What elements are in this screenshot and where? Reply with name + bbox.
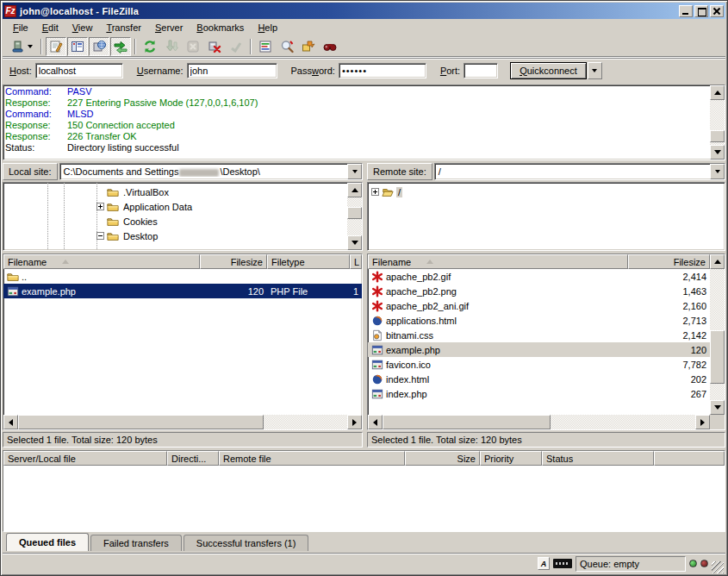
site-manager-button[interactable] — [6, 37, 37, 56]
password-input[interactable] — [339, 63, 426, 78]
minimize-button[interactable] — [679, 5, 693, 17]
scroll-right-icon[interactable] — [347, 415, 362, 429]
scroll-right-icon[interactable] — [695, 415, 710, 429]
tree-item-application-data[interactable]: Application Data — [3, 199, 347, 214]
table-row[interactable]: apache_pb2.gif 2,414 — [368, 269, 710, 284]
file-panes: Local site: C:\Documents and Settings\De… — [3, 163, 725, 448]
scroll-down-icon[interactable] — [710, 400, 725, 415]
scrollbar-thumb[interactable] — [710, 130, 725, 142]
host-label: Host: — [9, 66, 32, 76]
scrollbar-thumb[interactable] — [383, 415, 551, 429]
column-header-filesize[interactable]: Filesize — [200, 254, 267, 269]
collapse-icon[interactable] — [96, 232, 104, 240]
toggle-local-tree-button[interactable] — [67, 37, 88, 56]
toggle-remote-tree-button[interactable] — [89, 37, 109, 56]
menu-file[interactable]: File — [6, 21, 35, 34]
html-file-icon — [371, 315, 383, 327]
column-header-status[interactable]: Status — [542, 451, 654, 466]
toolbar-separator — [40, 39, 42, 54]
tab-failed-transfers[interactable]: Failed transfers — [90, 535, 182, 551]
column-header-filetype[interactable]: Filetype — [267, 254, 350, 269]
column-header-filename[interactable]: Filename — [368, 254, 628, 269]
quickconnect-bar: Host: Username: Password: Port: Quickcon… — [3, 58, 725, 83]
remote-path-dropdown-button[interactable] — [710, 164, 725, 179]
table-row[interactable]: apache_pb2.png 1,463 — [368, 284, 710, 298]
menu-transfer[interactable]: Transfer — [99, 21, 148, 34]
remote-list-vscrollbar[interactable] — [710, 254, 725, 415]
refresh-button[interactable] — [140, 37, 160, 56]
filter-button[interactable] — [255, 37, 276, 56]
scroll-up-icon[interactable] — [710, 254, 725, 269]
table-row[interactable]: favicon.ico 7,782 — [368, 357, 710, 372]
column-header-remote-file[interactable]: Remote file — [219, 451, 405, 466]
scroll-up-icon[interactable] — [710, 85, 725, 100]
scroll-left-icon[interactable] — [3, 415, 18, 429]
scrollbar-thumb[interactable] — [18, 415, 264, 429]
log-line: Status:Directory listing successful — [5, 142, 708, 153]
column-header-priority[interactable]: Priority — [480, 451, 542, 466]
remote-list-hscrollbar[interactable] — [368, 415, 710, 429]
port-input[interactable] — [464, 63, 498, 78]
table-row[interactable]: example.php 120 PHP File 1 — [3, 284, 362, 298]
table-row[interactable]: applications.html 2,713 — [368, 313, 710, 328]
local-path-dropdown-button[interactable] — [347, 164, 362, 179]
table-row[interactable]: .. — [3, 269, 362, 284]
host-input[interactable] — [35, 63, 123, 78]
log-line: Response:227 Entering Passive Mode (127,… — [5, 97, 708, 109]
column-header-server-local-file[interactable]: Server/Local file — [3, 451, 167, 466]
scrollbar-thumb[interactable] — [710, 330, 725, 384]
table-row[interactable]: example.php 120 — [368, 342, 710, 357]
scroll-left-icon[interactable] — [368, 415, 383, 429]
disconnect-button[interactable] — [204, 37, 225, 56]
log-scrollbar[interactable] — [710, 85, 725, 160]
menu-edit[interactable]: Edit — [35, 21, 65, 34]
tree-item-cookies[interactable]: Cookies — [3, 214, 347, 229]
menu-help[interactable]: Help — [251, 21, 284, 34]
username-input[interactable] — [187, 63, 277, 78]
find-files-button[interactable] — [320, 37, 340, 56]
expand-icon[interactable] — [96, 203, 104, 210]
table-row[interactable]: index.php 267 — [368, 386, 710, 401]
menu-bookmarks[interactable]: Bookmarks — [190, 21, 251, 34]
tree-item-virtualbox[interactable]: .VirtualBox — [3, 185, 347, 199]
menu-view[interactable]: View — [65, 21, 100, 34]
table-row[interactable]: bitnami.css 2,142 — [368, 328, 710, 342]
table-row[interactable]: apache_pb2_ani.gif 2,160 — [368, 298, 710, 313]
scroll-up-icon[interactable] — [347, 183, 362, 197]
expand-icon[interactable] — [371, 188, 379, 196]
tab-queued-files[interactable]: Queued files — [6, 533, 89, 551]
log-line: Response:226 Transfer OK — [5, 131, 708, 142]
maximize-button[interactable] — [694, 5, 708, 17]
column-header-empty — [654, 451, 725, 466]
process-queue-button[interactable] — [161, 37, 182, 56]
activity-led-red-icon — [700, 560, 708, 567]
scroll-down-icon[interactable] — [710, 145, 725, 160]
column-header-lastmodified[interactable]: L — [350, 254, 362, 269]
column-header-size[interactable]: Size — [405, 451, 480, 466]
directory-comparison-button[interactable] — [277, 37, 297, 56]
local-path-combo[interactable]: C:\Documents and Settings\Desktop\ — [59, 163, 363, 180]
column-header-direction[interactable]: Directi... — [167, 451, 219, 466]
tree-item-root[interactable]: / — [368, 185, 725, 199]
resize-grip[interactable] — [712, 561, 724, 573]
quickconnect-dropdown-button[interactable] — [588, 62, 602, 79]
toggle-message-log-button[interactable] — [46, 37, 66, 56]
synchronized-browsing-button[interactable] — [298, 37, 319, 56]
toggle-transfer-queue-button[interactable] — [110, 37, 131, 56]
menu-server[interactable]: Server — [148, 21, 190, 34]
cancel-button[interactable] — [183, 37, 203, 56]
local-tree-scrollbar[interactable] — [347, 183, 362, 250]
quickconnect-button[interactable]: Quickconnect — [510, 62, 587, 79]
tab-successful-transfers[interactable]: Successful transfers (1) — [184, 535, 309, 551]
column-header-filename[interactable]: Filename — [3, 254, 200, 269]
scrollbar-thumb[interactable] — [347, 207, 362, 219]
column-header-filesize[interactable]: Filesize — [628, 254, 710, 269]
local-list-hscrollbar[interactable] — [3, 415, 362, 429]
close-button[interactable] — [710, 5, 724, 17]
tree-item-desktop[interactable]: Desktop — [3, 229, 347, 243]
reconnect-button[interactable] — [226, 37, 246, 56]
scroll-down-icon[interactable] — [347, 235, 362, 250]
php-file-icon — [371, 344, 383, 356]
table-row[interactable]: index.html 202 — [368, 372, 710, 386]
remote-path-combo[interactable]: / — [434, 163, 725, 180]
